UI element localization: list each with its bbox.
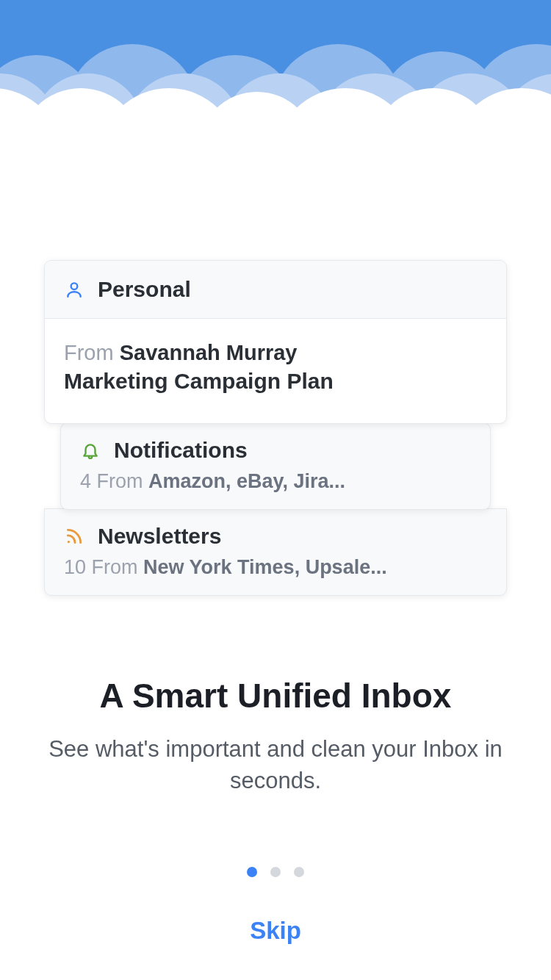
personal-card-body: From Savannah Murray Marketing Campaign … — [45, 319, 506, 423]
headline-title: A Smart Unified Inbox — [29, 676, 522, 716]
personal-card-header: Personal — [45, 261, 506, 319]
notifications-card: Notifications 4 From Amazon, eBay, Jira.… — [60, 422, 491, 510]
email-subject: Marketing Campaign Plan — [64, 367, 487, 397]
clouds-illustration — [0, 0, 551, 147]
newsletters-sources: New York Times, Upsale... — [143, 556, 387, 578]
page-dot-3[interactable] — [294, 867, 304, 877]
notifications-subtitle: 4 From Amazon, eBay, Jira... — [80, 470, 471, 493]
page-indicator — [0, 867, 551, 877]
personal-card: Personal From Savannah Murray Marketing … — [44, 260, 507, 424]
rss-icon — [64, 526, 84, 547]
onboarding-headline: A Smart Unified Inbox See what's importa… — [29, 676, 522, 797]
svg-point-23 — [68, 540, 70, 542]
skip-button[interactable]: Skip — [250, 917, 301, 945]
inbox-preview-stack: Personal From Savannah Murray Marketing … — [44, 260, 507, 596]
notifications-title: Notifications — [114, 438, 248, 463]
page-dot-1[interactable] — [247, 867, 257, 877]
person-icon — [64, 279, 84, 300]
from-prefix: From — [64, 341, 120, 364]
sender-name: Savannah Murray — [120, 341, 298, 364]
headline-subtitle: See what's important and clean your Inbo… — [29, 733, 522, 797]
newsletters-subtitle: 10 From New York Times, Upsale... — [64, 556, 487, 579]
newsletters-count: 10 From — [64, 556, 143, 578]
notifications-sources: Amazon, eBay, Jira... — [148, 470, 345, 492]
newsletters-card: Newsletters 10 From New York Times, Upsa… — [44, 508, 507, 596]
personal-from-line: From Savannah Murray — [64, 341, 487, 365]
personal-title: Personal — [98, 277, 191, 302]
newsletters-title: Newsletters — [98, 524, 221, 549]
page-dot-2[interactable] — [270, 867, 281, 877]
skip-container: Skip — [0, 917, 551, 945]
bell-icon — [80, 440, 101, 461]
notifications-count: 4 From — [80, 470, 148, 492]
svg-point-22 — [71, 283, 78, 289]
